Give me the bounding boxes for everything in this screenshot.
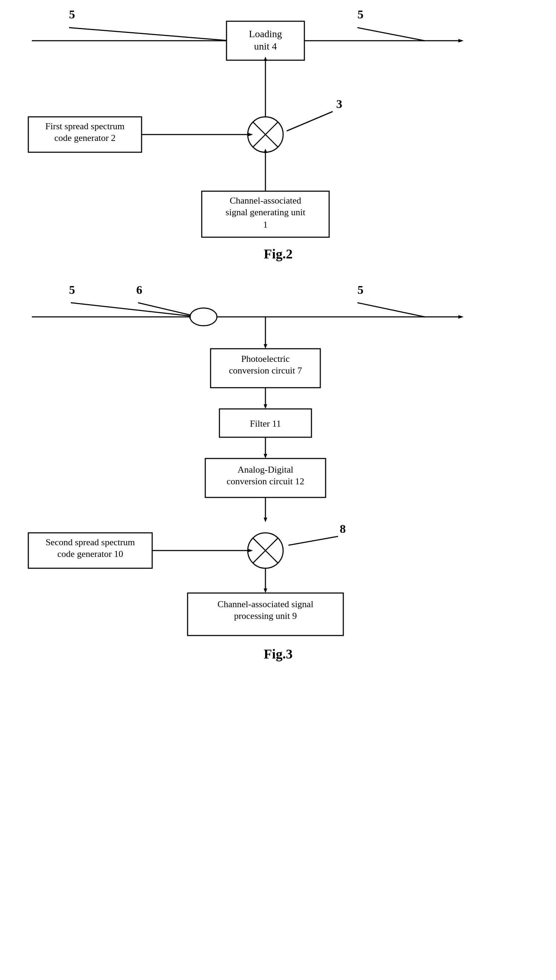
fig2-label-5-left: 5 [69,8,75,21]
fig2-first-spread-label1: First spread spectrum [45,121,124,131]
fig3-second-spread-label2: code generator 10 [57,549,123,559]
fig2-first-spread-label2: code generator 2 [54,133,115,143]
fig2-channel-label3: 1 [263,220,268,230]
fig2-label-3: 3 [336,97,342,110]
svg-line-17 [138,303,198,317]
fig3-filter-label: Filter 11 [250,419,281,429]
svg-marker-27 [263,454,267,458]
fig3-label-6: 6 [136,283,142,296]
fig2-label: Fig.2 [263,246,293,261]
fig3-label-5-left: 5 [69,283,75,296]
svg-marker-23 [263,344,267,349]
fig3-photoelectric-label2: conversion circuit 7 [229,365,302,376]
fig2-channel-label1: Channel-associated [230,196,301,206]
fig2-channel-label2: signal generating unit [225,207,305,217]
fig3-adc-label2: conversion circuit 12 [226,476,304,487]
svg-marker-21 [458,315,464,319]
fig2-label-5-right: 5 [357,8,364,21]
svg-marker-25 [263,404,267,409]
svg-line-15 [71,303,198,317]
diagrams-svg: 5 5 Loading unit 4 3 First spread [0,0,556,980]
fig3-label: Fig.3 [263,647,293,661]
fig3-second-spread-label1: Second spread spectrum [46,537,135,547]
loading-unit-label1: Loading [249,28,282,39]
loading-unit-label2: unit 4 [254,41,277,52]
svg-line-16 [357,303,425,317]
fig3-adc-label1: Analog-Digital [238,464,293,475]
svg-marker-36 [263,589,267,593]
fig3-channel-processing-label1: Channel-associated signal [218,599,314,609]
svg-line-0 [69,27,230,41]
fig3-label-8: 8 [340,522,346,535]
fig3-junction [190,308,217,326]
svg-marker-29 [263,517,267,522]
svg-marker-4 [458,39,464,42]
svg-line-8 [287,112,333,131]
main-container: 5 5 Loading unit 4 3 First spread [0,0,556,980]
fig3-photoelectric-label1: Photoelectric [241,354,289,364]
fig3-channel-processing-label2: processing unit 9 [234,611,297,621]
fig3-label-5-right: 5 [357,283,364,296]
svg-line-5 [357,27,425,41]
svg-line-30 [288,536,338,545]
